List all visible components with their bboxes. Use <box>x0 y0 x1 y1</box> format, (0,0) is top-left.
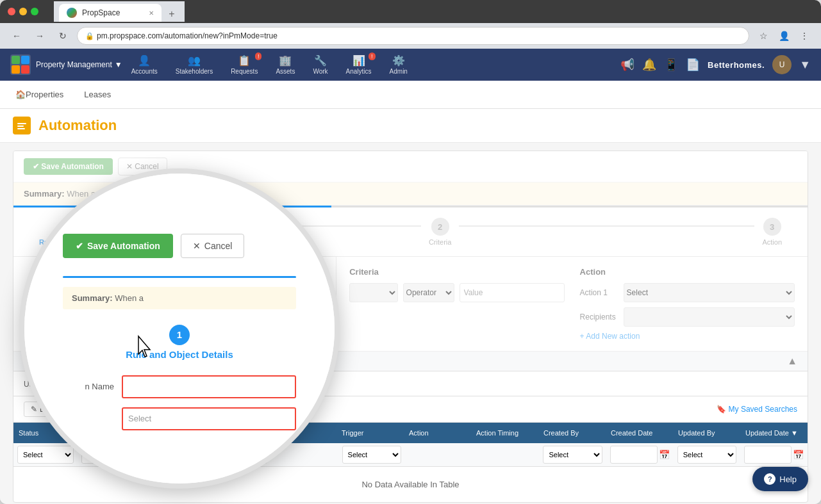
mag-name-label: n Name <box>63 382 114 391</box>
filter-updated-by-select[interactable]: Select <box>677 446 737 464</box>
col-updated-date: Updated Date ▼ <box>740 423 808 443</box>
mag-summary-text: When a <box>115 293 144 303</box>
criteria-row: Operator <box>349 283 564 302</box>
col-updated-by-label: Updated By <box>678 429 715 437</box>
address-bar[interactable]: 🔒 pm.propspace.com/automation/new?inPmMo… <box>77 27 749 45</box>
created-date-picker: 📅 <box>610 446 670 464</box>
add-action-button[interactable]: + Add New action <box>580 332 795 341</box>
col-updated-by: Updated By <box>673 423 740 443</box>
filter-created-date-input[interactable] <box>610 446 658 464</box>
action1-row: Action 1 Select <box>580 283 795 302</box>
nav-item-work[interactable]: 🔧 Work <box>304 49 336 81</box>
sub-nav-properties[interactable]: 🏠 Properties <box>13 81 66 109</box>
criteria-field-select[interactable] <box>349 283 397 302</box>
requests-icon: 📋 <box>238 54 251 67</box>
minimize-window-button[interactable] <box>19 8 27 15</box>
save-automation-button-main[interactable]: ✔ Save Automation <box>24 158 113 175</box>
announcement-icon[interactable]: 📢 <box>620 58 634 72</box>
updated-calendar-icon[interactable]: 📅 <box>793 450 804 460</box>
analytics-badge: ! <box>369 53 376 60</box>
step-2: 2 Criteria <box>429 218 451 246</box>
back-button[interactable]: ← <box>8 27 26 45</box>
mag-name-input[interactable] <box>122 375 296 398</box>
help-button[interactable]: ? Help <box>752 467 808 491</box>
calendar-icon[interactable]: 📅 <box>659 450 670 460</box>
sub-nav-leases[interactable]: Leases <box>81 81 113 109</box>
stakeholders-icon: 👥 <box>188 54 201 67</box>
col-action-timing-label: Action Timing <box>476 429 518 437</box>
svg-rect-5 <box>17 123 26 124</box>
mobile-icon[interactable]: 📱 <box>664 58 678 72</box>
new-tab-button[interactable]: + <box>164 6 179 22</box>
nav-item-assets[interactable]: 🏢 Assets <box>267 49 304 81</box>
notification-bell-icon[interactable]: 🔔 <box>642 58 656 72</box>
active-tab[interactable]: PropSpace ✕ <box>59 4 162 22</box>
filter-status-select[interactable]: Select <box>17 446 74 464</box>
requests-badge: ! <box>255 53 262 60</box>
user-menu-chevron[interactable]: ▼ <box>799 58 811 72</box>
refresh-button[interactable]: ↻ <box>54 27 72 45</box>
step-3-circle: 3 <box>763 218 781 236</box>
action-section: Action Action 1 Select Recipients + Add … <box>580 267 795 341</box>
nav-item-stakeholders[interactable]: 👥 Stakeholders <box>167 49 222 81</box>
nav-item-requests[interactable]: 📋 Requests ! <box>222 49 267 81</box>
filter-trigger-select[interactable]: Select <box>342 446 402 464</box>
browser-actions: ☆ 👤 ⋮ <box>754 27 813 45</box>
nav-label-admin: Admin <box>390 68 408 75</box>
nav-label-assets: Assets <box>276 68 295 75</box>
nav-item-analytics[interactable]: 📊 Analytics ! <box>337 49 381 81</box>
step-2-circle: 2 <box>431 218 449 236</box>
filter-updated-date-input[interactable] <box>744 446 792 464</box>
menu-button[interactable]: ⋮ <box>795 27 813 45</box>
mag-summary-label: Summary: <box>72 293 113 303</box>
magnify-content: ✔ Save Automation ✕ Cancel Summary: W <box>24 174 335 484</box>
maximize-window-button[interactable] <box>31 8 38 15</box>
analytics-icon: 📊 <box>352 54 365 67</box>
action1-select[interactable]: Select <box>624 283 795 302</box>
svg-rect-7 <box>17 128 25 129</box>
accounts-icon: 👤 <box>138 54 151 67</box>
forward-button[interactable]: → <box>31 27 49 45</box>
help-label: Help <box>779 475 797 484</box>
top-nav: Property Management ▼ 👤 Accounts 👥 Stake… <box>0 49 821 81</box>
save-automation-button[interactable]: ✔ Save Automation <box>63 234 173 258</box>
recipients-row: Recipients <box>580 307 795 327</box>
bookmark-button[interactable]: ☆ <box>754 27 772 45</box>
cancel-button[interactable]: ✕ Cancel <box>181 234 245 258</box>
cancel-x-icon: ✕ <box>193 241 201 251</box>
criteria-operator-select[interactable]: Operator <box>403 283 454 302</box>
filter-status-cell: Select <box>13 443 78 466</box>
browser-titlebar: PropSpace ✕ + <box>0 0 821 23</box>
nav-item-admin[interactable]: ⚙️ Admin <box>381 49 417 81</box>
tab-close-button[interactable]: ✕ <box>149 10 154 17</box>
assets-icon: 🏢 <box>279 54 292 67</box>
saved-searches-button[interactable]: 🔖 My Saved Searches <box>717 405 797 414</box>
nav-label-work: Work <box>313 68 328 75</box>
criteria-title: Criteria <box>349 267 564 277</box>
mag-object-select[interactable]: Select <box>122 407 296 430</box>
nav-item-accounts[interactable]: 👤 Accounts <box>122 49 167 81</box>
filter-created-by-select[interactable]: Select <box>543 446 602 464</box>
criteria-value-input[interactable] <box>460 283 565 302</box>
bookmark-icon: 🔖 <box>717 405 726 414</box>
recipients-select[interactable] <box>624 307 795 327</box>
sub-nav: 🏠 Properties Leases <box>0 81 821 109</box>
user-avatar[interactable]: U <box>772 55 792 74</box>
filter-trigger-cell: Select <box>338 443 406 466</box>
updated-date-picker: 📅 <box>744 446 804 464</box>
collapse-arrow[interactable]: ▲ <box>787 355 797 367</box>
profile-button[interactable]: 👤 <box>775 27 793 45</box>
brand-name[interactable]: Property Management ▼ <box>36 60 122 69</box>
favicon <box>67 8 77 18</box>
recipients-label: Recipients <box>580 313 618 321</box>
app-content: Property Management ▼ 👤 Accounts 👥 Stake… <box>0 49 821 504</box>
main-content: ✔ Save Automation ✕ Cancel Summary: When… <box>0 143 821 504</box>
ssl-lock-icon: 🔒 <box>85 32 94 40</box>
step-3-label: Action <box>762 238 782 246</box>
nav-items: 👤 Accounts 👥 Stakeholders 📋 Requests ! 🏢… <box>122 49 620 81</box>
svg-rect-6 <box>17 126 24 127</box>
close-window-button[interactable] <box>8 8 15 15</box>
document-icon[interactable]: 📄 <box>686 58 700 72</box>
edit-icon: ✎ <box>31 405 37 414</box>
filter-criteria-cell <box>271 452 338 457</box>
